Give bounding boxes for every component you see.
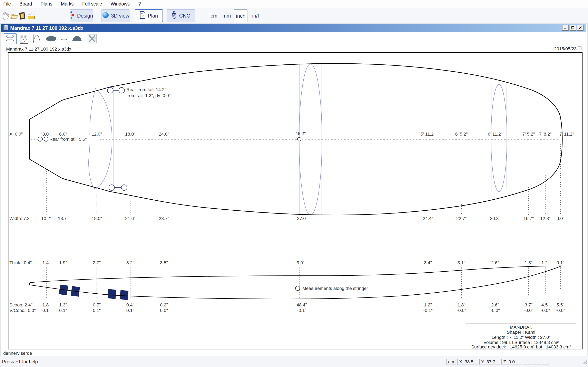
unit-inch-toggle[interactable]: inch [234,9,247,22]
vconc-label-2: 0.1" [59,308,67,313]
close-button[interactable] [577,25,584,31]
vconc-label-0: V/Conc.: 0.0" [9,308,36,313]
unit-mm-toggle[interactable]: mm [221,9,232,22]
menu-file[interactable]: File [3,1,11,7]
cnc-view-button[interactable]: CNC [167,9,195,22]
save-icon[interactable] [18,12,26,20]
width-label-1: 10.2" [41,216,52,221]
thick-label-0: Thick.: 0.4" [9,260,32,265]
menu-board[interactable]: Board [19,1,32,7]
board-drawing: Mandrax 7 11 27 100 192 x.s3dx 2015/05/2… [1,46,586,355]
vconc-label-1: 0.1" [43,308,50,313]
width-label-10: 16.7" [523,216,534,221]
fin-plug-top-front[interactable] [119,87,125,93]
vconc-label-12: -0.0" [556,308,565,313]
document-title: Mandrax 7 11 27 100 192 x.s3dx [10,25,84,31]
date-checkbox[interactable] [578,47,581,50]
fin-plug-top-rear[interactable] [107,87,113,93]
width-label-2: 13.7" [58,216,68,221]
pointer-hand-icon[interactable] [1,12,10,20]
profile-curve-tool-icon[interactable] [31,33,43,44]
unit-cm-toggle[interactable]: cm [209,9,219,22]
plan-document-icon [140,11,146,20]
x-label-10: 7' 5.2" [522,132,535,137]
window-controls [562,25,584,31]
menu-plans[interactable]: Plans [40,1,52,7]
3d-view-button[interactable]: 3D view [101,9,130,22]
vconc-label-10: -0.0" [524,308,533,313]
cross-section-tool-icon[interactable] [71,33,83,44]
3d-view-button-label: 3D view [111,13,129,19]
center-point-marker[interactable] [297,137,301,141]
thick-label-3: 2.7" [93,260,101,265]
status-empty-panel-2 [532,359,540,365]
sphere-3d-icon [102,11,109,20]
document-titlebar[interactable]: Mandrax 7 11 27 100 192 x.s3dx [1,24,586,32]
scoop-label-5: 0.2" [160,302,168,308]
width-label-6: 27.0" [297,216,307,221]
menu-marks[interactable]: Marks [61,1,74,7]
design-button-label: Design [77,13,93,19]
stringer-legend-label: Measurements along the stringer [302,286,368,291]
fin-plug-center-front[interactable] [44,137,48,141]
info-dev-surfaces: Surface dev deck : 14625.0 cm² bot : 140… [471,344,571,350]
x-label-0: X: 0.0" [9,132,23,137]
cnc-router-bit-icon [172,11,177,20]
scoop-label-3: 0.7" [93,302,101,308]
vconc-label-11: -0.0" [541,308,550,313]
x-label-3: 12.0" [92,132,102,137]
vconc-label-7: -0.1" [423,308,433,313]
fin-plug-bottom-rear[interactable] [109,185,114,191]
outline-slice-tool-icon[interactable] [45,33,57,44]
fin-plug-bottom-front[interactable] [121,185,127,191]
scoop-label-11: 4.5" [541,302,549,308]
menu-help[interactable]: ? [138,1,141,7]
status-bar: Press F1 for help cm X: 38.5 Y: 37.7 Z: … [0,356,588,367]
fin-annotation-line1: Rear from tail: 14.2" [126,87,166,92]
drawing-canvas[interactable]: Mandrax 7 11 27 100 192 x.s3dx 2015/05/2… [1,46,586,355]
scoop-label-7: 1.2" [424,302,432,308]
plan-view-button[interactable]: Plan [135,9,163,22]
width-label-7: 24.4" [423,216,433,221]
thick-label-8: 3.1" [458,260,465,265]
scoop-label-6: 48.4" [297,302,307,308]
info-dimensions: Length : 7' 11.2" Width : 27.0" [492,335,550,340]
scoop-label-9: 2.6" [491,302,499,308]
x-label-1: 3.0" [43,132,50,137]
status-help-text: Press F1 for help [2,356,38,367]
design-nodes-icon [70,11,75,20]
fin-box-3[interactable] [108,289,116,299]
x-label-8: 6' 5.2" [455,132,468,137]
unit-inf-toggle[interactable]: in/f [250,9,262,22]
minimize-button[interactable] [562,25,569,31]
status-empty-panel-3 [541,359,549,365]
status-z-coordinate: Z: 0.0 [502,359,521,365]
fin-box-4[interactable] [120,290,129,300]
maximize-button[interactable] [570,25,576,31]
x-label-4: 18.0" [125,132,136,137]
fin-plug-center-rear[interactable] [38,137,43,141]
vconc-label-6: -0.1" [297,308,306,313]
design-view-button[interactable]: Design [70,9,93,22]
rocker-slice-tool-icon[interactable] [58,33,70,44]
outline-views-tool-icon[interactable] [4,33,17,44]
thick-label-11: 1.2" [541,260,549,265]
thick-label-7: 3.4" [424,260,432,265]
x-label-11: 7' 8.2" [539,132,552,137]
status-y-coordinate: Y: 37.7 [479,359,500,365]
cnc-button-label: CNC [179,13,190,19]
thick-label-1: 1.4" [43,260,50,265]
menu-windows[interactable]: Windows [111,1,130,7]
menu-full-scale[interactable]: Full scale [82,1,102,7]
scoop-label-0: Scoop: 2.4" [9,302,33,308]
width-label-12: 0.0" [557,216,564,221]
vconc-label-4: 0.1" [126,308,134,313]
stringer-annotation: Rear from tail: 5.5" [49,137,87,142]
ruler-measure-icon[interactable] [27,12,35,20]
resize-grip[interactable] [582,359,587,365]
measurements-sheet-tool-icon[interactable] [18,33,30,44]
width-label-9: 20.3" [490,216,501,221]
export-spreadsheet-tool-icon[interactable] [86,33,98,44]
thick-label-12: 0.1" [557,260,564,265]
open-folder-icon[interactable] [10,12,18,20]
